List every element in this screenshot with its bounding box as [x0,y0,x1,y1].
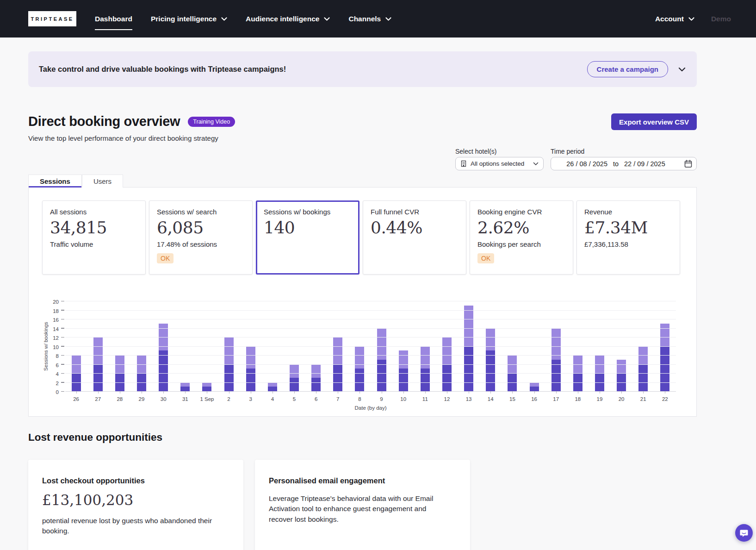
x-tick-label: 30 [153,396,174,402]
metric-value: £7.34M [584,218,672,237]
metric-value: 140 [264,218,352,237]
time-period-label: Time period [551,148,584,155]
chevron-down-icon [533,162,539,166]
x-tick-label: 20 [611,396,632,402]
nav-item-audience-intelligence[interactable]: Audience intelligence [246,15,330,23]
x-tick-label: 14 [480,396,502,402]
x-tick-label: 15 [502,396,523,402]
x-tick-label: 28 [109,396,130,402]
x-tick-label: 26 [65,396,87,402]
building-icon [460,160,467,167]
metric-card-booking-engine-cvr[interactable]: Booking engine CVR 2.62% Bookings per se… [470,200,573,275]
demo-label: Demo [711,15,731,23]
metric-value: 0.44% [371,218,459,237]
y-tick-mark [61,364,64,365]
email-engagement-card: Personalised email engagement Leverage T… [255,460,470,550]
x-tick-label: 6 [305,396,327,402]
banner-collapse-chevron-icon[interactable] [678,67,686,72]
nav-item-pricing-intelligence[interactable]: Pricing intelligence [151,15,227,23]
training-video-badge[interactable]: Training Video [188,117,235,127]
y-tick-label: 20 [53,299,59,305]
y-tick-label: 6 [56,362,59,368]
lost-checkout-card: Lost checkout opportunities £13,100,203 … [28,460,243,550]
x-tick-label: 19 [589,396,610,402]
metric-cards-row: All sessions 34,815 Traffic volume Sessi… [42,200,680,275]
y-tick-mark [61,337,64,338]
nav-item-dashboard[interactable]: Dashboard [95,15,132,23]
x-tick-label: 3 [240,396,261,402]
x-tick-label: 5 [283,396,305,402]
y-tick-label: 16 [53,317,59,323]
campaign-banner: Take control and drive valuable bookings… [28,51,697,87]
nav-item-channels[interactable]: Channels [348,15,391,23]
y-tick-mark [61,382,64,383]
y-tick-label: 18 [53,308,59,314]
metric-value: 34,815 [50,218,138,237]
view-tabs: Sessions Users [28,175,123,188]
banner-message: Take control and drive valuable bookings… [39,65,587,74]
overview-panel: All sessions 34,815 Traffic volume Sessi… [28,187,697,417]
triptease-logo[interactable]: TRIPTEASE [28,11,76,26]
y-tick-label: 8 [56,353,59,359]
y-tick-label: 2 [56,381,59,386]
y-tick-label: 0 [56,389,59,395]
x-tick-label: 21 [632,396,654,402]
chart-y-axis: 02468101214161820 [42,301,65,392]
hotel-select-label: Select hotel(s) [455,148,496,155]
y-tick-label: 10 [53,344,59,350]
x-tick-label: 18 [567,396,589,402]
metric-card-full-funnel-cvr[interactable]: Full funnel CVR 0.44% [363,200,466,275]
status-badge: OK [157,253,174,263]
x-tick-label: 29 [130,396,152,402]
x-tick-label: 9 [371,396,392,402]
y-tick-mark [61,310,64,311]
chat-launcher-button[interactable] [735,524,753,542]
x-tick-label: 31 [174,396,196,402]
x-tick-label: 11 [414,396,436,402]
y-tick-mark [61,346,64,347]
calendar-icon[interactable] [684,160,692,168]
x-tick-label: 7 [327,396,349,402]
y-tick-mark [61,355,64,356]
chevron-down-icon [324,17,330,21]
page-title: Direct booking overview [28,114,180,129]
chevron-down-icon [688,17,694,21]
x-tick-label: 16 [523,396,545,402]
hotel-select-dropdown[interactable]: All options selected [455,157,544,170]
x-tick-label: 17 [545,396,567,402]
date-to-value[interactable]: 22 / 09 / 2025 [624,160,665,168]
lost-revenue-heading: Lost revenue opportunities [28,431,162,444]
chat-icon [739,528,749,538]
create-campaign-button[interactable]: Create a campaign [587,61,668,77]
metric-card-revenue[interactable]: Revenue £7.34M £7,336,113.58 [576,200,680,275]
y-tick-label: 14 [53,326,59,332]
x-tick-label: 4 [261,396,283,402]
x-tick-label: 12 [436,396,458,402]
export-overview-csv-button[interactable]: Export overview CSV [611,113,697,130]
tab-sessions[interactable]: Sessions [28,175,82,188]
chevron-down-icon [221,17,227,21]
hotel-select-value: All options selected [471,160,533,167]
metric-card-all-sessions[interactable]: All sessions 34,815 Traffic volume [42,200,146,275]
y-tick-label: 4 [56,371,59,377]
date-range-input[interactable]: 26 / 08 / 2025 to 22 / 09 / 2025 [551,157,697,170]
metric-card-sessions-w-search[interactable]: Sessions w/ search 6,085 17.48% of sessi… [149,200,253,275]
y-tick-mark [61,319,64,320]
metric-value: 2.62% [477,218,565,237]
tab-users[interactable]: Users [82,175,123,188]
x-tick-label: 1 Sep [196,396,218,402]
y-tick-mark [61,373,64,374]
top-nav: TRIPTEASE Dashboard Pricing intelligence… [0,0,756,38]
x-tick-label: 22 [654,396,676,402]
date-from-value[interactable]: 26 / 08 / 2025 [566,160,607,168]
y-tick-mark [61,301,64,302]
x-tick-label: 2 [218,396,240,402]
chevron-down-icon [385,17,391,21]
status-badge: OK [477,253,494,263]
nav-item-account[interactable]: Account [655,15,694,23]
metric-card-sessions-w-bookings[interactable]: Sessions w/ bookings 140 [256,200,359,275]
x-tick-label: 27 [87,396,109,402]
sessions-bookings-chart: Sessions w/ bookings 02468101214161820 2… [42,285,684,414]
lost-checkout-value: £13,100,203 [42,492,229,508]
chart-x-axis-title: Date (by day) [65,405,676,411]
